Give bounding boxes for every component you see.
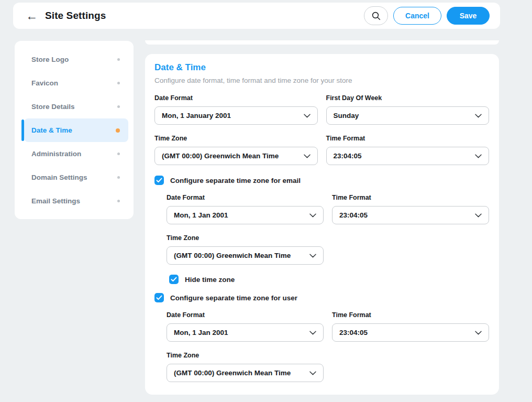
- chevron-down-icon: [309, 254, 316, 258]
- select-value: Mon, 1 January 2001: [162, 112, 231, 119]
- hide-time-zone-checkbox[interactable]: [169, 275, 179, 284]
- time-format-field: Time Format 23:04:05: [326, 135, 490, 165]
- sidebar-item-store-details[interactable]: Store Details: [24, 95, 128, 118]
- check-icon: [171, 275, 177, 284]
- user-date-format-field: Date Format Mon, 1 Jan 2001: [167, 311, 324, 342]
- select-value: Sunday: [334, 112, 359, 119]
- select-value: 23:04:05: [339, 211, 368, 219]
- email-time-format-label: Time Format: [332, 194, 489, 201]
- select-value: 23:04:05: [334, 152, 362, 160]
- user-timezone-toggle-label: Configure separate time zone for user: [170, 294, 297, 302]
- section-title: Date & Time: [154, 62, 489, 73]
- date-format-field: Date Format Mon, 1 January 2001: [154, 94, 318, 125]
- status-dot: [117, 200, 120, 202]
- sidebar-item-label: Favicon: [31, 79, 58, 87]
- save-button[interactable]: Save: [447, 7, 490, 25]
- email-date-format-field: Date Format Mon, 1 Jan 2001: [167, 194, 324, 224]
- cancel-button[interactable]: Cancel: [393, 7, 441, 25]
- time-format-label: Time Format: [326, 135, 490, 142]
- active-status-dot: [116, 128, 120, 133]
- email-time-format-field: Time Format 23:04:05: [332, 194, 489, 224]
- select-value: (GMT 00:00) Greenwich Mean Time: [174, 369, 291, 377]
- back-arrow-icon[interactable]: ←: [25, 10, 39, 22]
- search-button[interactable]: [364, 6, 388, 25]
- date-format-select[interactable]: Mon, 1 January 2001: [154, 106, 318, 125]
- previous-section-card-edge: [145, 40, 499, 45]
- check-icon: [156, 176, 162, 185]
- date-time-settings-card: Date & Time Configure date format, time …: [145, 54, 499, 395]
- time-zone-field: Time Zone (GMT 00:00) Greenwich Mean Tim…: [154, 135, 318, 165]
- status-dot: [117, 105, 120, 108]
- user-date-format-label: Date Format: [167, 311, 324, 319]
- time-zone-select[interactable]: (GMT 00:00) Greenwich Mean Time: [154, 147, 318, 165]
- hide-time-zone-label: Hide time zone: [185, 276, 235, 284]
- sidebar-item-administration[interactable]: Administration: [24, 142, 128, 166]
- sidebar-item-label: Store Logo: [31, 56, 69, 63]
- sidebar-item-email-settings[interactable]: Email Settings: [24, 189, 128, 213]
- hide-time-zone-row: Hide time zone: [169, 275, 489, 284]
- chevron-down-icon: [475, 114, 482, 118]
- status-dot: [117, 153, 120, 155]
- user-time-format-field: Time Format 23:04:05: [332, 311, 489, 342]
- header-actions: Cancel Save: [364, 6, 490, 25]
- first-day-of-week-field: First Day Of Week Sunday: [326, 94, 490, 125]
- date-format-label: Date Format: [154, 94, 318, 102]
- select-value: (GMT 00:00) Greenwich Mean Time: [174, 252, 291, 259]
- sidebar-item-label: Administration: [31, 150, 81, 158]
- first-day-of-week-label: First Day Of Week: [326, 94, 490, 102]
- chevron-down-icon: [309, 213, 316, 218]
- email-timezone-toggle-row: Configure separate time zone for email: [154, 176, 489, 185]
- user-timezone-checkbox[interactable]: [154, 293, 164, 302]
- user-time-zone-select[interactable]: (GMT 00:00) Greenwich Mean Time: [167, 364, 324, 382]
- chevron-down-icon: [309, 331, 316, 335]
- user-time-format-select[interactable]: 23:04:05: [332, 323, 489, 342]
- email-date-format-label: Date Format: [167, 194, 324, 201]
- sidebar-item-label: Domain Settings: [31, 173, 87, 181]
- sidebar-item-domain-settings[interactable]: Domain Settings: [24, 166, 128, 189]
- email-time-zone-field: Time Zone (GMT 00:00) Greenwich Mean Tim…: [167, 234, 324, 265]
- section-subtitle: Configure date format, time format and t…: [154, 77, 489, 84]
- email-time-zone-select[interactable]: (GMT 00:00) Greenwich Mean Time: [167, 246, 324, 265]
- chevron-down-icon: [309, 371, 316, 375]
- user-time-zone-label: Time Zone: [167, 352, 324, 359]
- chevron-down-icon: [475, 154, 482, 158]
- user-timezone-fields: Date Format Mon, 1 Jan 2001 Time Format …: [167, 311, 489, 392]
- header-bar: ← Site Settings Cancel Save: [13, 3, 500, 29]
- sidebar-item-label: Date & Time: [31, 126, 72, 134]
- sidebar-item-label: Store Details: [31, 103, 75, 111]
- status-dot: [117, 58, 120, 61]
- sidebar-item-store-logo[interactable]: Store Logo: [24, 48, 128, 71]
- user-date-format-select[interactable]: Mon, 1 Jan 2001: [167, 323, 324, 342]
- sidebar-item-favicon[interactable]: Favicon: [24, 71, 128, 95]
- select-value: 23:04:05: [339, 329, 368, 336]
- select-value: Mon, 1 Jan 2001: [174, 211, 228, 219]
- select-value: Mon, 1 Jan 2001: [174, 329, 228, 336]
- chevron-down-icon: [304, 154, 311, 158]
- chevron-down-icon: [304, 114, 311, 118]
- status-dot: [117, 176, 120, 179]
- search-icon: [371, 11, 381, 21]
- email-timezone-fields: Date Format Mon, 1 Jan 2001 Time Format …: [167, 194, 489, 284]
- time-format-select[interactable]: 23:04:05: [326, 147, 490, 165]
- status-dot: [117, 82, 120, 84]
- page-title: Site Settings: [45, 10, 106, 21]
- select-value: (GMT 00:00) Greenwich Mean Time: [162, 152, 279, 160]
- user-time-zone-field: Time Zone (GMT 00:00) Greenwich Mean Tim…: [167, 352, 324, 382]
- email-time-zone-label: Time Zone: [167, 234, 324, 242]
- first-day-of-week-select[interactable]: Sunday: [326, 106, 490, 125]
- email-date-format-select[interactable]: Mon, 1 Jan 2001: [167, 206, 324, 224]
- settings-sidebar: Store Logo Favicon Store Details Date & …: [15, 41, 134, 219]
- chevron-down-icon: [475, 331, 482, 335]
- email-timezone-checkbox[interactable]: [154, 176, 164, 185]
- check-icon: [156, 293, 162, 302]
- user-time-format-label: Time Format: [332, 311, 489, 319]
- chevron-down-icon: [475, 213, 482, 218]
- sidebar-item-label: Email Settings: [31, 197, 80, 205]
- time-zone-label: Time Zone: [154, 135, 318, 142]
- email-time-format-select[interactable]: 23:04:05: [332, 206, 489, 224]
- sidebar-item-date-time[interactable]: Date & Time: [24, 118, 128, 142]
- user-timezone-toggle-row: Configure separate time zone for user: [154, 293, 489, 302]
- email-timezone-toggle-label: Configure separate time zone for email: [170, 177, 301, 184]
